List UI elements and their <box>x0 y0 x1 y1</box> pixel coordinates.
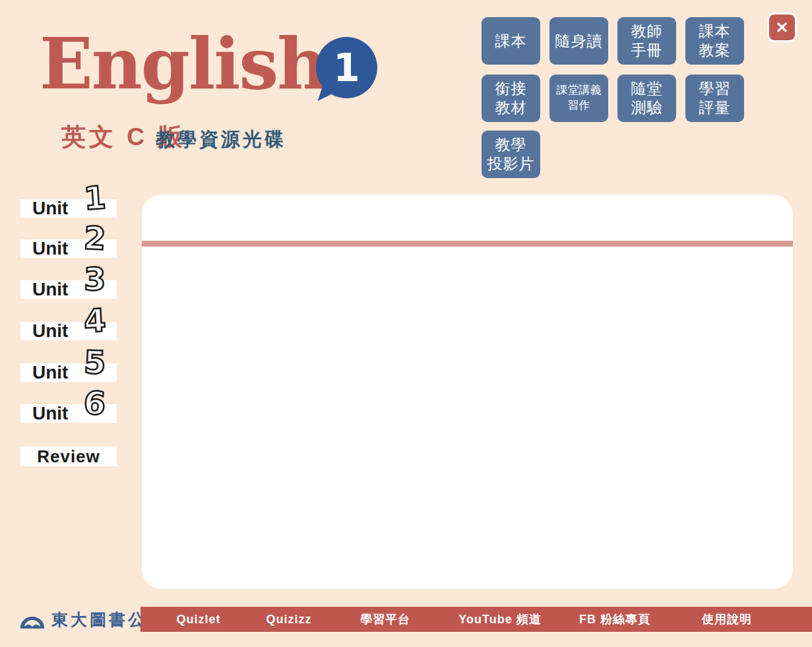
button-label: 測驗 <box>631 98 663 117</box>
footer-link-quizlet[interactable]: Quizlet <box>176 607 220 632</box>
sidebar-item-unit-5[interactable]: Unit 5 <box>20 363 117 382</box>
resource-button-in-class-quiz[interactable]: 隨堂 測驗 <box>617 75 676 122</box>
unit-number: 6 <box>82 386 107 419</box>
close-button[interactable]: ✕ <box>767 13 797 42</box>
level-badge-number: 1 <box>333 46 359 90</box>
sidebar-item-unit-2[interactable]: Unit 2 <box>20 239 117 258</box>
button-label: 銜接 <box>495 79 527 98</box>
unit-number: 2 <box>83 222 107 255</box>
button-label: 投影片 <box>487 154 535 173</box>
button-label: 教學 <box>495 135 527 154</box>
sidebar-item-review[interactable]: Review <box>20 447 117 466</box>
resource-button-teaching-slides[interactable]: 教學 投影片 <box>482 131 540 178</box>
button-label: 課本 <box>495 32 527 51</box>
button-label: 隨堂 <box>631 79 663 98</box>
button-label: 評量 <box>699 98 731 117</box>
unit-number: 3 <box>84 263 106 295</box>
unit-label: Unit <box>20 363 68 382</box>
button-label: 習作 <box>568 98 590 113</box>
unit-number: 5 <box>83 346 106 378</box>
button-label: 教師 <box>631 22 663 41</box>
button-label: 學習 <box>699 79 731 98</box>
unit-number: 4 <box>83 304 107 337</box>
footer-link-user-guide[interactable]: 使用說明 <box>702 607 752 632</box>
footer-link-learning-platform[interactable]: 學習平台 <box>360 607 410 632</box>
button-label: 手冊 <box>631 41 663 60</box>
disc-title: 教學資源光碟 <box>156 127 286 153</box>
button-label: 教材 <box>495 98 527 117</box>
unit-label: Unit <box>20 239 68 258</box>
resource-button-class-handout-workbook[interactable]: 課堂講義 習作 <box>549 75 608 122</box>
resource-button-textbook-lesson-plan[interactable]: 課本 教案 <box>685 17 744 65</box>
resource-button-learning-assessment[interactable]: 學習 評量 <box>685 75 744 122</box>
button-label: 課本 <box>699 22 731 41</box>
sidebar-item-unit-6[interactable]: Unit 6 <box>20 404 117 423</box>
level-badge: 1 <box>316 37 377 98</box>
resource-button-teacher-manual[interactable]: 教師 手冊 <box>617 17 676 65</box>
resource-button-textbook[interactable]: 課本 <box>482 17 540 65</box>
sidebar-item-unit-4[interactable]: Unit 4 <box>20 322 117 340</box>
unit-label: Unit <box>20 322 68 340</box>
unit-label: Unit <box>20 199 68 218</box>
review-label: Review <box>37 447 100 467</box>
close-icon: ✕ <box>775 20 788 36</box>
unit-number: 1 <box>82 181 107 214</box>
button-label: 課堂講義 <box>557 83 602 98</box>
button-label: 教案 <box>699 41 731 60</box>
unit-label: Unit <box>20 280 68 299</box>
footer-link-bar: Quizlet Quizizz 學習平台 YouTube 頻道 FB 粉絲專頁 … <box>141 607 812 632</box>
footer-link-quizizz[interactable]: Quizizz <box>266 607 312 632</box>
footer-link-fb-fan-page[interactable]: FB 粉絲專頁 <box>579 607 650 632</box>
publisher-arch-icon <box>18 609 46 629</box>
resource-button-bridging-materials[interactable]: 銜接 教材 <box>482 75 540 122</box>
app-logo-english: English <box>40 24 327 104</box>
unit-label: Unit <box>20 404 68 423</box>
panel-divider <box>142 241 793 247</box>
sidebar-item-unit-3[interactable]: Unit 3 <box>20 280 117 299</box>
content-panel <box>142 195 793 589</box>
button-label: 隨身讀 <box>555 32 603 51</box>
sidebar-item-unit-1[interactable]: Unit 1 <box>20 199 117 218</box>
resource-button-pocket-reader[interactable]: 隨身讀 <box>549 17 608 65</box>
footer-link-youtube-channel[interactable]: YouTube 頻道 <box>458 607 541 632</box>
app-window: English 1 英文 C 版 教學資源光碟 ✕ 課本 隨身讀 教師 手冊 課… <box>0 0 812 647</box>
